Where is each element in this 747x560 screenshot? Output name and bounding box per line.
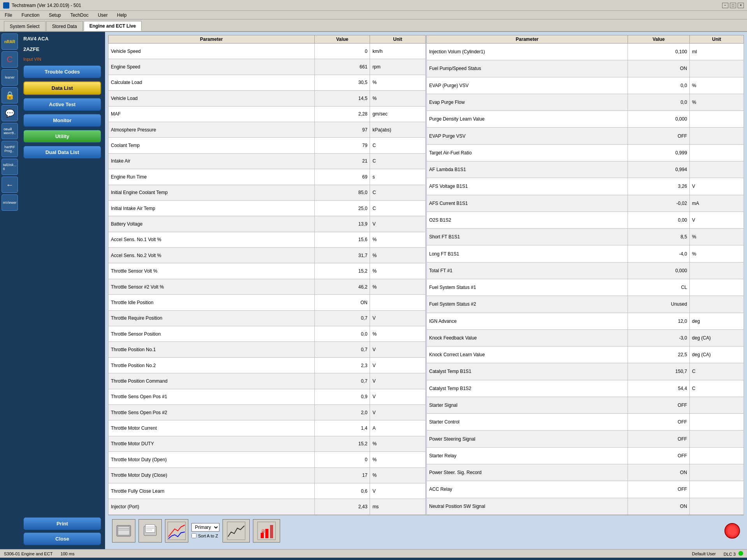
param-cell: Fuel System Status #2 bbox=[427, 296, 628, 313]
left-data-table: Parameter Value Unit Vehicle Speed 0 km/… bbox=[108, 35, 426, 515]
param-cell: Battery Voltage bbox=[109, 216, 315, 232]
table-row: Accel Sens. No.2 Volt % 31,7 % bbox=[109, 248, 426, 263]
unit-cell: % bbox=[689, 245, 743, 262]
tab-engine-ect-live[interactable]: Engine and ECT Live bbox=[84, 21, 142, 31]
value-cell: OFF bbox=[628, 414, 689, 430]
param-cell: Starter Relay bbox=[427, 447, 628, 464]
value-cell: 3,26 bbox=[628, 178, 689, 195]
value-cell: 0,00 bbox=[628, 212, 689, 228]
tab-bar: System Select Stored Data Engine and ECT… bbox=[0, 19, 747, 32]
unit-cell: % bbox=[370, 436, 426, 452]
os-icon-rar: nRAR bbox=[2, 33, 18, 50]
svg-text:⛽: ⛽ bbox=[261, 529, 265, 533]
value-cell: 0,7 bbox=[314, 310, 370, 326]
fuel-icon[interactable]: ⛽ bbox=[253, 519, 280, 542]
status-bar: S306-01 Engine and ECT 100 ms Default Us… bbox=[0, 549, 747, 558]
tab-stored-data[interactable]: Stored Data bbox=[46, 21, 83, 31]
table-row: Throttle Position Command 0,7 V bbox=[109, 373, 426, 389]
title-bar: Techstream (Ver 14.20.019) - 501 − □ × bbox=[0, 0, 747, 11]
table-row: Intake Air 21 C bbox=[109, 153, 426, 169]
primary-dropdown[interactable]: Primary bbox=[191, 523, 219, 532]
param-cell: Throttle Position No.2 bbox=[109, 357, 315, 373]
unit-cell: rpm bbox=[370, 59, 426, 75]
input-vin-label: Input VIN bbox=[23, 57, 101, 61]
close-button[interactable]: × bbox=[738, 3, 744, 8]
table-row: Atmosphere Pressure 97 kPa(abs) bbox=[109, 122, 426, 137]
title-controls: − □ × bbox=[722, 3, 744, 8]
param-cell: Evap Purge Flow bbox=[427, 94, 628, 110]
value-cell: 0,6 bbox=[314, 483, 370, 499]
menu-help[interactable]: Help bbox=[116, 12, 128, 19]
menu-user[interactable]: User bbox=[96, 12, 109, 19]
param-cell: EVAP (Purge) VSV bbox=[427, 77, 628, 94]
svg-rect-13 bbox=[265, 529, 268, 538]
snapshot-icon[interactable] bbox=[112, 519, 135, 542]
table-row: Power Steer. Sig. Record ON bbox=[427, 464, 744, 481]
maximize-button[interactable]: □ bbox=[730, 3, 736, 8]
unit-cell: km/h bbox=[370, 44, 426, 59]
menu-file[interactable]: File bbox=[3, 12, 14, 19]
unit-cell: deg bbox=[689, 313, 743, 329]
menu-techdoc[interactable]: TechDoc bbox=[69, 12, 90, 19]
unit-cell: % bbox=[370, 263, 426, 279]
value-cell: ON bbox=[314, 295, 370, 310]
dlc-indicator bbox=[738, 551, 743, 556]
value-cell: OFF bbox=[628, 481, 689, 498]
param-cell: Throttle Sensor Volt % bbox=[109, 263, 315, 279]
print-button[interactable]: Print bbox=[23, 517, 101, 530]
close-sidebar-button[interactable]: Close bbox=[23, 532, 101, 545]
param-cell: MAF bbox=[109, 106, 315, 122]
unit-cell: % bbox=[689, 94, 743, 110]
graph-icon[interactable] bbox=[165, 519, 188, 542]
param-cell: Coolant Temp bbox=[109, 138, 315, 153]
param-cell: Neutral Position SW Signal bbox=[427, 498, 628, 514]
table-row: Fuel System Status #1 CL bbox=[427, 279, 744, 296]
param-cell: Throttle Sensor Position bbox=[109, 326, 315, 342]
minimize-button[interactable]: − bbox=[722, 3, 728, 8]
sidebar: RAV4 ACA 2AZFE Input VIN Trouble Codes D… bbox=[19, 32, 105, 549]
param-cell: Power Steer. Sig. Record bbox=[427, 464, 628, 481]
table-row: Injection Volum (Cylinder1) 0,100 ml bbox=[427, 44, 744, 60]
data-list-button[interactable]: Data List bbox=[23, 81, 101, 95]
dual-data-list-button[interactable]: Dual Data List bbox=[23, 146, 101, 159]
table-row: Long FT B1S1 -4,0 % bbox=[427, 245, 744, 262]
vehicle-title: RAV4 ACA bbox=[23, 36, 101, 42]
value-cell: 2,43 bbox=[314, 499, 370, 515]
left-header-value: Value bbox=[314, 35, 370, 44]
record-button[interactable] bbox=[724, 523, 740, 539]
monitor-button[interactable]: Monitor bbox=[23, 114, 101, 127]
os-icon-chartrf: hartRFProg.. bbox=[2, 141, 18, 157]
menu-setup[interactable]: Setup bbox=[47, 12, 62, 19]
table-row: Starter Relay OFF bbox=[427, 447, 744, 464]
param-cell: Total FT #1 bbox=[427, 262, 628, 279]
unit-cell bbox=[689, 447, 743, 464]
menu-function[interactable]: Function bbox=[20, 12, 41, 19]
unit-cell: ml bbox=[689, 44, 743, 60]
trouble-codes-button[interactable]: Trouble Codes bbox=[23, 65, 101, 78]
tab-system-select[interactable]: System Select bbox=[4, 21, 46, 31]
value-cell: Unused bbox=[628, 296, 689, 313]
chart-icon[interactable] bbox=[223, 519, 250, 542]
param-cell: Accel Sens. No.2 Volt % bbox=[109, 248, 315, 263]
utility-button[interactable]: Utility bbox=[23, 130, 101, 143]
table-row: Total FT #1 0,000 bbox=[427, 262, 744, 279]
value-cell: 79 bbox=[314, 138, 370, 153]
value-cell: 1,4 bbox=[314, 420, 370, 436]
value-cell: 17 bbox=[314, 467, 370, 483]
unit-cell bbox=[689, 279, 743, 296]
unit-cell: V bbox=[370, 483, 426, 499]
table-row: Starter Signal OFF bbox=[427, 397, 744, 413]
value-cell: OFF bbox=[628, 128, 689, 144]
unit-cell bbox=[689, 262, 743, 279]
value-cell: CL bbox=[628, 279, 689, 296]
table-row: O2S B1S2 0,00 V bbox=[427, 212, 744, 228]
print-preview-icon[interactable] bbox=[139, 519, 162, 542]
table-row: Catalyst Temp B1S2 54,4 C bbox=[427, 380, 744, 397]
value-cell: 30,5 bbox=[314, 75, 370, 90]
sort-checkbox[interactable] bbox=[191, 533, 196, 538]
active-test-button[interactable]: Active Test bbox=[23, 98, 101, 111]
table-row: Engine Run Time 69 s bbox=[109, 169, 426, 185]
unit-cell: deg (CA) bbox=[689, 329, 743, 346]
unit-cell: C bbox=[370, 138, 426, 153]
value-cell: 2,3 bbox=[314, 357, 370, 373]
